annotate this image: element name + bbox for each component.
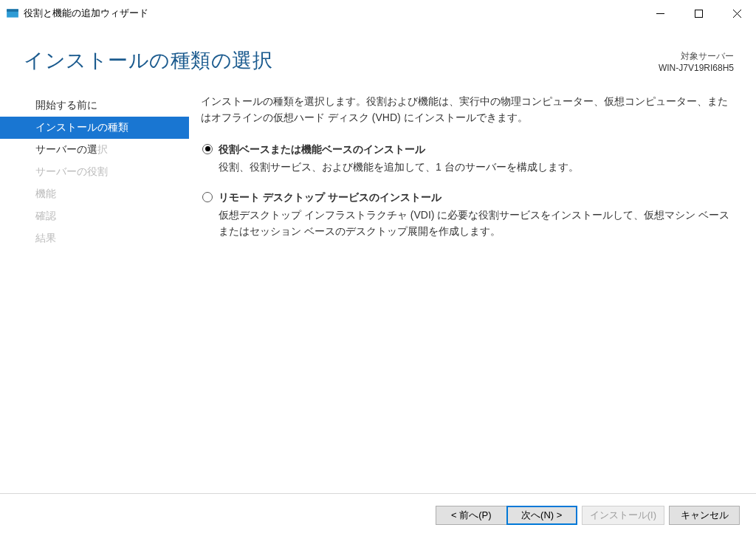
sidebar-item-label-tail: 択 [97, 143, 108, 155]
option-desc: 仮想デスクトップ インフラストラクチャ (VDI) に必要な役割サービスをインス… [202, 207, 734, 240]
titlebar: 役割と機能の追加ウィザード [0, 0, 756, 27]
option-role-based[interactable]: 役割ベースまたは機能ベースのインストール 役割、役割サービス、および機能を追加し… [201, 141, 734, 176]
option-desc: 役割、役割サービス、および機能を追加して、1 台のサーバーを構成します。 [202, 159, 734, 175]
next-button[interactable]: 次へ(N) > [506, 506, 577, 525]
wizard-footer: < 前へ(P) 次へ(N) > インストール(I) キャンセル [0, 493, 756, 536]
intro-text: インストールの種類を選択します。役割および機能は、実行中の物理コンピューター、仮… [201, 93, 734, 126]
prev-button[interactable]: < 前へ(P) [436, 506, 506, 525]
maximize-button[interactable] [679, 0, 718, 27]
svg-rect-3 [695, 10, 702, 17]
close-button[interactable] [718, 0, 756, 27]
target-server-label: 対象サーバー [659, 50, 734, 63]
target-server-info: 対象サーバー WIN-J7V19RI68H5 [659, 50, 734, 73]
wizard-sidebar: 開始する前に インストールの種類 サーバーの選択 サーバーの役割 機能 確認 結… [0, 90, 189, 493]
option-title: リモート デスクトップ サービスのインストール [219, 189, 441, 205]
sidebar-item-features: 機能 [0, 183, 189, 205]
header: インストールの種類の選択 対象サーバー WIN-J7V19RI68H5 [0, 27, 756, 80]
sidebar-item-install-type[interactable]: インストールの種類 [0, 117, 189, 139]
radio-icon[interactable] [202, 192, 213, 202]
minimize-button[interactable] [641, 0, 679, 27]
sidebar-item-label: サーバーの選 [35, 143, 97, 155]
sidebar-item-server-roles: サーバーの役割 [0, 161, 189, 183]
main-panel: インストールの種類を選択します。役割および機能は、実行中の物理コンピューター、仮… [189, 90, 750, 493]
app-icon [6, 7, 19, 20]
radio-icon[interactable] [202, 144, 213, 154]
sidebar-item-before-begin[interactable]: 開始する前に [0, 95, 189, 117]
option-title: 役割ベースまたは機能ベースのインストール [219, 141, 425, 157]
sidebar-item-server-selection[interactable]: サーバーの選択 [0, 139, 189, 161]
page-title: インストールの種類の選択 [24, 47, 272, 74]
svg-rect-1 [7, 9, 18, 11]
cancel-button[interactable]: キャンセル [669, 506, 740, 525]
target-server-name: WIN-J7V19RI68H5 [659, 63, 734, 73]
window-title: 役割と機能の追加ウィザード [24, 7, 641, 20]
install-button: インストール(I) [582, 506, 664, 525]
sidebar-item-results: 結果 [0, 227, 189, 250]
sidebar-item-confirmation: 確認 [0, 205, 189, 227]
option-remote-desktop[interactable]: リモート デスクトップ サービスのインストール 仮想デスクトップ インフラストラ… [201, 189, 734, 240]
window-controls [641, 0, 756, 27]
